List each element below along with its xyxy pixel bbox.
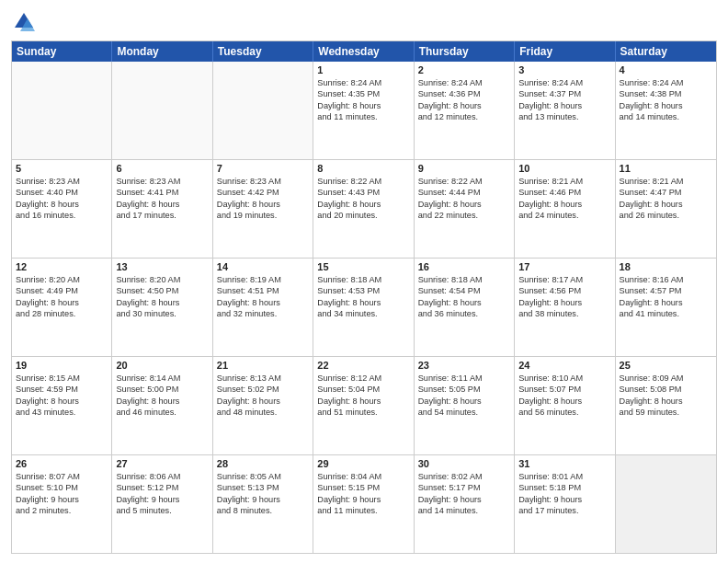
cell-text: Sunrise: 8:13 AMSunset: 5:02 PMDaylight:… <box>217 373 309 419</box>
cal-cell-5-6: 31Sunrise: 8:01 AMSunset: 5:18 PMDayligh… <box>515 455 615 553</box>
cell-text: Sunrise: 8:16 AMSunset: 4:57 PMDaylight:… <box>620 274 712 320</box>
day-number: 15 <box>317 261 409 272</box>
cell-text: Sunrise: 8:18 AMSunset: 4:54 PMDaylight:… <box>418 274 510 320</box>
cell-text: Sunrise: 8:05 AMSunset: 5:13 PMDaylight:… <box>217 471 309 517</box>
day-number: 10 <box>518 163 610 174</box>
cal-cell-5-4: 29Sunrise: 8:04 AMSunset: 5:15 PMDayligh… <box>313 455 414 553</box>
header-cell-saturday: Saturday <box>616 41 716 62</box>
cell-text: Sunrise: 8:15 AMSunset: 4:59 PMDaylight:… <box>16 373 108 419</box>
header-cell-monday: Monday <box>112 41 212 62</box>
header <box>11 9 717 35</box>
cell-text: Sunrise: 8:24 AMSunset: 4:38 PMDaylight:… <box>620 77 712 123</box>
cal-cell-3-1: 12Sunrise: 8:20 AMSunset: 4:49 PMDayligh… <box>12 259 112 356</box>
cal-cell-3-7: 18Sunrise: 8:16 AMSunset: 4:57 PMDayligh… <box>616 259 716 356</box>
cal-cell-3-5: 16Sunrise: 8:18 AMSunset: 4:54 PMDayligh… <box>415 259 515 356</box>
cal-cell-1-6: 3Sunrise: 8:24 AMSunset: 4:37 PMDaylight… <box>515 62 615 159</box>
cal-cell-2-4: 8Sunrise: 8:22 AMSunset: 4:43 PMDaylight… <box>313 160 414 258</box>
cal-cell-5-7 <box>616 455 716 553</box>
day-number: 25 <box>620 360 712 371</box>
day-number: 19 <box>16 360 108 371</box>
cal-cell-1-1 <box>12 62 112 159</box>
header-cell-friday: Friday <box>515 41 615 62</box>
cal-cell-1-3 <box>213 62 313 159</box>
day-number: 6 <box>116 163 208 174</box>
cell-text: Sunrise: 8:18 AMSunset: 4:53 PMDaylight:… <box>317 274 409 320</box>
day-number: 4 <box>620 64 712 75</box>
day-number: 12 <box>16 261 108 272</box>
cal-cell-2-5: 9Sunrise: 8:22 AMSunset: 4:44 PMDaylight… <box>415 160 515 258</box>
cell-text: Sunrise: 8:02 AMSunset: 5:17 PMDaylight:… <box>418 471 510 517</box>
cal-cell-2-2: 6Sunrise: 8:23 AMSunset: 4:41 PMDaylight… <box>112 160 212 258</box>
day-number: 24 <box>518 360 610 371</box>
week-row-2: 5Sunrise: 8:23 AMSunset: 4:40 PMDaylight… <box>12 160 716 259</box>
cell-text: Sunrise: 8:19 AMSunset: 4:51 PMDaylight:… <box>217 274 309 320</box>
cell-text: Sunrise: 8:17 AMSunset: 4:56 PMDaylight:… <box>518 274 610 320</box>
header-cell-thursday: Thursday <box>415 41 515 62</box>
header-cell-tuesday: Tuesday <box>213 41 313 62</box>
day-number: 26 <box>16 458 108 469</box>
cell-text: Sunrise: 8:09 AMSunset: 5:08 PMDaylight:… <box>620 373 712 419</box>
day-number: 2 <box>418 64 510 75</box>
day-number: 8 <box>317 163 409 174</box>
cal-cell-4-5: 23Sunrise: 8:11 AMSunset: 5:05 PMDayligh… <box>415 357 515 454</box>
cal-cell-2-6: 10Sunrise: 8:21 AMSunset: 4:46 PMDayligh… <box>515 160 615 258</box>
cal-cell-2-1: 5Sunrise: 8:23 AMSunset: 4:40 PMDaylight… <box>12 160 112 258</box>
day-number: 3 <box>518 64 610 75</box>
calendar-body: 1Sunrise: 8:24 AMSunset: 4:35 PMDaylight… <box>12 62 716 553</box>
header-cell-wednesday: Wednesday <box>313 41 414 62</box>
header-cell-sunday: Sunday <box>12 41 112 62</box>
cal-cell-1-5: 2Sunrise: 8:24 AMSunset: 4:36 PMDaylight… <box>415 62 515 159</box>
cell-text: Sunrise: 8:07 AMSunset: 5:10 PMDaylight:… <box>16 471 108 517</box>
cell-text: Sunrise: 8:12 AMSunset: 5:04 PMDaylight:… <box>317 373 409 419</box>
week-row-1: 1Sunrise: 8:24 AMSunset: 4:35 PMDaylight… <box>12 62 716 160</box>
day-number: 1 <box>317 64 409 75</box>
week-row-3: 12Sunrise: 8:20 AMSunset: 4:49 PMDayligh… <box>12 259 716 357</box>
cal-cell-3-4: 15Sunrise: 8:18 AMSunset: 4:53 PMDayligh… <box>313 259 414 356</box>
cell-text: Sunrise: 8:20 AMSunset: 4:50 PMDaylight:… <box>116 274 208 320</box>
cell-text: Sunrise: 8:21 AMSunset: 4:46 PMDaylight:… <box>518 176 610 222</box>
cell-text: Sunrise: 8:22 AMSunset: 4:43 PMDaylight:… <box>317 176 409 222</box>
day-number: 20 <box>116 360 208 371</box>
cal-cell-3-6: 17Sunrise: 8:17 AMSunset: 4:56 PMDayligh… <box>515 259 615 356</box>
day-number: 29 <box>317 458 409 469</box>
day-number: 27 <box>116 458 208 469</box>
logo <box>11 9 40 35</box>
cell-text: Sunrise: 8:06 AMSunset: 5:12 PMDaylight:… <box>116 471 208 517</box>
cal-cell-4-2: 20Sunrise: 8:14 AMSunset: 5:00 PMDayligh… <box>112 357 212 454</box>
cell-text: Sunrise: 8:23 AMSunset: 4:40 PMDaylight:… <box>16 176 108 222</box>
cal-cell-2-3: 7Sunrise: 8:23 AMSunset: 4:42 PMDaylight… <box>213 160 313 258</box>
cell-text: Sunrise: 8:24 AMSunset: 4:35 PMDaylight:… <box>317 77 409 123</box>
cell-text: Sunrise: 8:23 AMSunset: 4:41 PMDaylight:… <box>116 176 208 222</box>
day-number: 11 <box>620 163 712 174</box>
cal-cell-4-1: 19Sunrise: 8:15 AMSunset: 4:59 PMDayligh… <box>12 357 112 454</box>
day-number: 23 <box>418 360 510 371</box>
cell-text: Sunrise: 8:20 AMSunset: 4:49 PMDaylight:… <box>16 274 108 320</box>
cell-text: Sunrise: 8:23 AMSunset: 4:42 PMDaylight:… <box>217 176 309 222</box>
cell-text: Sunrise: 8:01 AMSunset: 5:18 PMDaylight:… <box>518 471 610 517</box>
cell-text: Sunrise: 8:21 AMSunset: 4:47 PMDaylight:… <box>620 176 712 222</box>
cell-text: Sunrise: 8:10 AMSunset: 5:07 PMDaylight:… <box>518 373 610 419</box>
calendar-header: SundayMondayTuesdayWednesdayThursdayFrid… <box>12 41 716 62</box>
cal-cell-1-4: 1Sunrise: 8:24 AMSunset: 4:35 PMDaylight… <box>313 62 414 159</box>
cal-cell-1-2 <box>112 62 212 159</box>
day-number: 14 <box>217 261 309 272</box>
calendar: SundayMondayTuesdayWednesdayThursdayFrid… <box>11 40 717 554</box>
day-number: 7 <box>217 163 309 174</box>
day-number: 18 <box>620 261 712 272</box>
day-number: 22 <box>317 360 409 371</box>
cal-cell-5-2: 27Sunrise: 8:06 AMSunset: 5:12 PMDayligh… <box>112 455 212 553</box>
day-number: 5 <box>16 163 108 174</box>
cell-text: Sunrise: 8:14 AMSunset: 5:00 PMDaylight:… <box>116 373 208 419</box>
cal-cell-3-2: 13Sunrise: 8:20 AMSunset: 4:50 PMDayligh… <box>112 259 212 356</box>
day-number: 13 <box>116 261 208 272</box>
cal-cell-5-3: 28Sunrise: 8:05 AMSunset: 5:13 PMDayligh… <box>213 455 313 553</box>
cell-text: Sunrise: 8:24 AMSunset: 4:36 PMDaylight:… <box>418 77 510 123</box>
cal-cell-4-6: 24Sunrise: 8:10 AMSunset: 5:07 PMDayligh… <box>515 357 615 454</box>
week-row-4: 19Sunrise: 8:15 AMSunset: 4:59 PMDayligh… <box>12 357 716 455</box>
cal-cell-4-3: 21Sunrise: 8:13 AMSunset: 5:02 PMDayligh… <box>213 357 313 454</box>
day-number: 16 <box>418 261 510 272</box>
day-number: 28 <box>217 458 309 469</box>
day-number: 9 <box>418 163 510 174</box>
cell-text: Sunrise: 8:22 AMSunset: 4:44 PMDaylight:… <box>418 176 510 222</box>
cal-cell-5-1: 26Sunrise: 8:07 AMSunset: 5:10 PMDayligh… <box>12 455 112 553</box>
